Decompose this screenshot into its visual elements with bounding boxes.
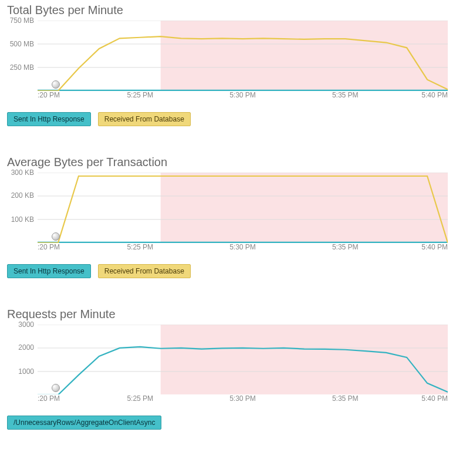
y-tick-label: 1000: [18, 367, 34, 376]
legend-item-received[interactable]: Received From Database: [98, 112, 191, 126]
x-tick-label: 5:25 PM: [127, 394, 153, 403]
x-tick-label: :20 PM: [38, 243, 60, 251]
chart-total-bytes-per-minute: Total Bytes per Minute 750 MB 500 MB 250…: [4, 4, 452, 126]
y-tick-label: 500 MB: [10, 40, 34, 48]
chart-title: Average Bytes per Transaction: [7, 156, 452, 169]
range-handle-icon[interactable]: [52, 80, 60, 89]
plot-area[interactable]: [38, 173, 448, 243]
x-tick-label: :20 PM: [38, 91, 60, 99]
chart-title: Requests per Minute: [7, 308, 452, 321]
y-tick-label: 100 KB: [11, 215, 34, 224]
shaded-region: [161, 173, 448, 243]
range-handle-icon[interactable]: [52, 232, 60, 241]
x-tick-label: 5:30 PM: [229, 394, 256, 403]
x-tick-label: 5:35 PM: [332, 243, 359, 251]
x-axis-labels: :20 PM 5:25 PM 5:30 PM 5:35 PM 5:40 PM: [38, 243, 448, 254]
plot-area[interactable]: [38, 325, 448, 395]
x-tick-label: 5:40 PM: [421, 243, 448, 251]
y-tick-label: 2000: [18, 343, 34, 352]
x-tick-label: :20 PM: [38, 394, 60, 403]
legend-item-received[interactable]: Received From Database: [98, 264, 191, 278]
legend: Sent In Http Response Received From Data…: [7, 112, 452, 126]
x-tick-label: 5:40 PM: [421, 394, 448, 403]
legend-item-requests[interactable]: /UnnecessaryRows/AggregateOnClientAsync: [7, 416, 161, 430]
x-tick-label: 5:35 PM: [332, 394, 359, 403]
legend-item-sent[interactable]: Sent In Http Response: [7, 112, 91, 126]
legend-item-sent[interactable]: Sent In Http Response: [7, 264, 91, 278]
x-axis-labels: :20 PM 5:25 PM 5:30 PM 5:35 PM 5:40 PM: [38, 91, 448, 102]
y-tick-label: 200 KB: [11, 191, 34, 200]
y-tick-label: 3000: [18, 320, 34, 329]
x-tick-label: 5:30 PM: [229, 91, 256, 99]
shaded-region: [161, 21, 448, 91]
x-tick-label: 5:25 PM: [127, 91, 153, 99]
x-tick-label: 5:40 PM: [421, 91, 448, 99]
chart-average-bytes-per-transaction: Average Bytes per Transaction 300 KB 200…: [4, 156, 452, 278]
legend: /UnnecessaryRows/AggregateOnClientAsync: [7, 416, 452, 430]
x-axis-labels: :20 PM 5:25 PM 5:30 PM 5:35 PM 5:40 PM: [38, 394, 448, 405]
chart-title: Total Bytes per Minute: [7, 4, 452, 17]
chart-requests-per-minute: Requests per Minute 3000 2000 1000: [4, 308, 452, 430]
x-tick-label: 5:35 PM: [332, 91, 359, 99]
y-tick-label: 250 MB: [10, 63, 34, 72]
shaded-region: [161, 325, 448, 395]
legend: Sent In Http Response Received From Data…: [7, 264, 452, 278]
y-axis-labels: 300 KB 200 KB 100 KB: [4, 173, 38, 243]
y-tick-label: 750 MB: [10, 16, 34, 25]
plot-area[interactable]: [38, 21, 448, 91]
x-tick-label: 5:30 PM: [229, 243, 256, 251]
y-tick-label: 300 KB: [11, 168, 34, 177]
y-axis-labels: 750 MB 500 MB 250 MB: [4, 21, 38, 91]
y-axis-labels: 3000 2000 1000: [4, 325, 38, 395]
x-tick-label: 5:25 PM: [127, 243, 153, 251]
